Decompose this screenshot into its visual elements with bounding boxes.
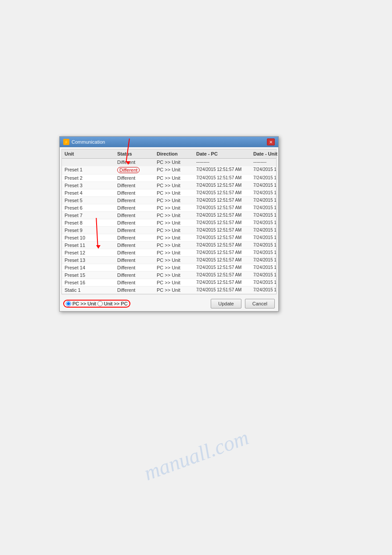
cell-direction: PC >> Unit <box>156 235 195 241</box>
cell-direction: PC >> Unit <box>156 212 195 218</box>
cell-date-pc: 7/24/2015 12:51:57 AM <box>195 272 252 278</box>
cell-date-unit: 7/24/2015 12:15:55 AM <box>252 257 276 263</box>
table-row[interactable]: DifferentPC >> Unit------------------ <box>62 159 276 166</box>
cell-status: Different <box>116 175 156 181</box>
cell-unit: Preset 1 <box>64 167 116 174</box>
table-row[interactable]: Preset 9DifferentPC >> Unit7/24/2015 12:… <box>62 227 276 234</box>
table-row[interactable]: Preset 15DifferentPC >> Unit7/24/2015 12… <box>62 272 276 279</box>
dialog-title: Communication <box>72 139 105 145</box>
cell-date-unit: 7/24/2015 12:15:55 AM <box>252 272 276 278</box>
cell-direction: PC >> Unit <box>156 182 195 189</box>
cell-unit: Preset 3 <box>64 182 116 189</box>
radio-group-highlight: PC >> Unit Unit >> PC <box>63 300 130 308</box>
cell-date-unit: 7/24/2015 12:15:55 AM <box>252 205 276 211</box>
table-row[interactable]: Preset 6DifferentPC >> Unit7/24/2015 12:… <box>62 204 276 212</box>
cell-status: Different <box>116 190 156 196</box>
cell-direction: PC >> Unit <box>156 257 195 263</box>
cell-unit: Preset 6 <box>64 205 116 211</box>
table-row[interactable]: Preset 8DifferentPC >> Unit7/24/2015 12:… <box>62 219 276 227</box>
close-button[interactable]: ✕ <box>267 138 275 145</box>
cell-direction: PC >> Unit <box>156 272 195 278</box>
cell-date-pc: 7/24/2015 12:51:57 AM <box>195 205 252 211</box>
table-row[interactable]: Preset 16DifferentPC >> Unit7/24/2015 12… <box>62 279 276 287</box>
update-button[interactable]: Update <box>211 299 241 308</box>
cell-unit: Preset 9 <box>64 227 116 233</box>
cell-status: Different <box>116 220 156 226</box>
radio-pc-to-unit[interactable]: PC >> Unit <box>66 301 96 306</box>
cell-unit: Preset 4 <box>64 190 116 196</box>
table-row[interactable]: Static 1DifferentPC >> Unit7/24/2015 12:… <box>62 287 276 294</box>
cell-unit: Preset 14 <box>64 265 116 271</box>
cell-date-unit: 7/24/2015 12:15:55 AM <box>252 287 276 293</box>
table-row[interactable]: Preset 1DifferentPC >> Unit7/24/2015 12:… <box>62 166 276 174</box>
cell-date-unit: 7/24/2015 12:15:55 AM <box>252 250 276 256</box>
table-row[interactable]: Preset 11DifferentPC >> Unit7/24/2015 12… <box>62 242 276 249</box>
cell-date-pc: 7/24/2015 12:51:57 AM <box>195 265 252 271</box>
cell-direction: PC >> Unit <box>156 167 195 174</box>
table-row[interactable]: Preset 4DifferentPC >> Unit7/24/2015 12:… <box>62 189 276 197</box>
cell-date-unit: 7/24/2015 12:15:55 AM <box>252 197 276 203</box>
cell-status: Different <box>116 227 156 233</box>
dialog-bottom: PC >> Unit Unit >> PC Update Cancel <box>60 296 278 311</box>
cell-status: Different <box>116 182 156 189</box>
radio-unit-to-pc-input[interactable] <box>97 301 103 306</box>
cell-date-pc: 7/24/2015 12:51:57 AM <box>195 167 252 174</box>
radio-unit-to-pc-label: Unit >> PC <box>104 301 128 306</box>
table-body: DifferentPC >> Unit------------------Pre… <box>62 159 276 294</box>
cell-status: Different <box>116 167 156 174</box>
dialog-titlebar: ⚡ Communication ✕ <box>60 137 278 147</box>
cell-date-pc: 7/24/2015 12:51:57 AM <box>195 227 252 233</box>
cell-direction: PC >> Unit <box>156 287 195 293</box>
cell-date-unit: 7/24/2015 12:15:55 AM <box>252 182 276 189</box>
cell-date-unit: --------- <box>252 159 276 165</box>
cell-date-pc: --------- <box>195 159 252 165</box>
cell-status: Different <box>116 279 156 286</box>
radio-unit-to-pc[interactable]: Unit >> PC <box>97 301 128 306</box>
cell-date-pc: 7/24/2015 12:51:57 AM <box>195 235 252 241</box>
col-date-pc: Date - PC <box>195 150 252 157</box>
radio-pc-to-unit-input[interactable] <box>66 301 71 306</box>
cell-status: Different <box>116 242 156 248</box>
cell-direction: PC >> Unit <box>156 205 195 211</box>
cell-date-pc: 7/24/2015 12:51:57 AM <box>195 182 252 189</box>
cell-date-unit: 7/24/2015 12:15:55 AM <box>252 175 276 181</box>
table-row[interactable]: Preset 10DifferentPC >> Unit7/24/2015 12… <box>62 234 276 242</box>
cell-date-pc: 7/24/2015 12:51:57 AM <box>195 175 252 181</box>
cell-direction: PC >> Unit <box>156 227 195 233</box>
communication-dialog: ⚡ Communication ✕ Unit Status Direction … <box>59 136 279 312</box>
cell-date-unit: 7/24/2015 12:15:55 AM <box>252 279 276 286</box>
col-direction: Direction <box>156 150 195 157</box>
cancel-button[interactable]: Cancel <box>245 299 275 308</box>
table-row[interactable]: Preset 14DifferentPC >> Unit7/24/2015 12… <box>62 264 276 272</box>
cell-status: Different <box>116 272 156 278</box>
table-row[interactable]: Preset 13DifferentPC >> Unit7/24/2015 12… <box>62 257 276 264</box>
cell-unit <box>64 159 116 165</box>
cell-status: Different <box>116 257 156 263</box>
col-status: Status <box>116 150 156 157</box>
cell-unit: Preset 5 <box>64 197 116 203</box>
cell-direction: PC >> Unit <box>156 242 195 248</box>
cell-direction: PC >> Unit <box>156 279 195 286</box>
cell-direction: PC >> Unit <box>156 250 195 256</box>
cell-status: Different <box>116 265 156 271</box>
table-row[interactable]: Preset 5DifferentPC >> Unit7/24/2015 12:… <box>62 197 276 204</box>
cell-unit: Preset 10 <box>64 235 116 241</box>
cell-date-pc: 7/24/2015 12:51:57 AM <box>195 279 252 286</box>
cell-date-pc: 7/24/2015 12:51:57 AM <box>195 197 252 203</box>
table-row[interactable]: Preset 7DifferentPC >> Unit7/24/2015 12:… <box>62 212 276 219</box>
cell-unit: Preset 12 <box>64 250 116 256</box>
cell-status: Different <box>116 235 156 241</box>
table-row[interactable]: Preset 3DifferentPC >> Unit7/24/2015 12:… <box>62 182 276 189</box>
table-row[interactable]: Preset 12DifferentPC >> Unit7/24/2015 12… <box>62 249 276 257</box>
button-group: Update Cancel <box>211 299 275 308</box>
cell-unit: Preset 11 <box>64 242 116 248</box>
cell-date-pc: 7/24/2015 12:51:57 AM <box>195 250 252 256</box>
cell-date-unit: 7/24/2015 12:15:55 AM <box>252 235 276 241</box>
cell-date-unit: 7/24/2015 12:15:55 AM <box>252 212 276 218</box>
table-row[interactable]: Preset 2DifferentPC >> Unit7/24/2015 12:… <box>62 174 276 182</box>
cell-unit: Preset 16 <box>64 279 116 286</box>
dialog-icon: ⚡ <box>63 139 69 145</box>
cell-direction: PC >> Unit <box>156 265 195 271</box>
cell-unit: Preset 7 <box>64 212 116 218</box>
cell-unit: Static 1 <box>64 287 116 293</box>
